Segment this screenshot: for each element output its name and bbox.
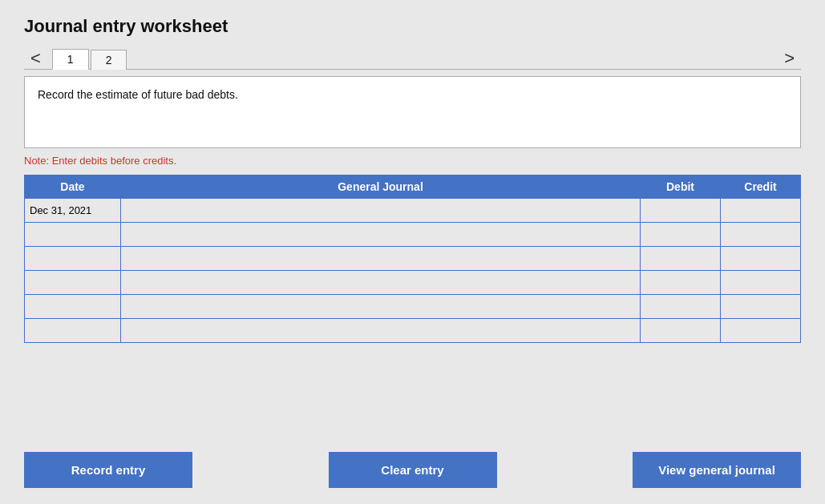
instruction-text: Record the estimate of future bad debts. [38,88,238,101]
clear-entry-button[interactable]: Clear entry [329,452,497,488]
col-header-credit: Credit [721,175,801,199]
credit-input-5[interactable] [721,295,800,318]
credit-cell-5[interactable] [721,295,801,319]
journal-input-6[interactable] [121,319,640,342]
credit-cell-4[interactable] [721,271,801,295]
main-container: Journal entry worksheet < 1 2 > Record t… [0,0,825,504]
date-cell-5 [25,295,121,319]
journal-cell-6[interactable] [121,319,641,343]
date-cell-4 [25,271,121,295]
journal-cell-4[interactable] [121,271,641,295]
credit-cell-6[interactable] [721,319,801,343]
credit-input-1[interactable] [721,199,800,222]
debit-cell-2[interactable] [641,223,721,247]
table-row [25,223,801,247]
instruction-box: Record the estimate of future bad debts. [24,76,801,148]
debit-cell-4[interactable] [641,271,721,295]
credit-cell-3[interactable] [721,247,801,271]
table-row [25,319,801,343]
journal-cell-3[interactable] [121,247,641,271]
col-header-debit: Debit [641,175,721,199]
journal-input-1[interactable] [121,199,640,222]
debit-input-2[interactable] [641,223,720,246]
credit-input-2[interactable] [721,223,800,246]
prev-tab-button[interactable]: < [24,48,47,69]
debit-cell-5[interactable] [641,295,721,319]
table-row [25,247,801,271]
debit-input-4[interactable] [641,271,720,294]
credit-cell-1[interactable] [721,199,801,223]
tab-2[interactable]: 2 [91,50,127,70]
journal-cell-2[interactable] [121,223,641,247]
debit-input-6[interactable] [641,319,720,342]
col-header-date: Date [25,175,121,199]
journal-input-2[interactable] [121,223,640,246]
buttons-row: Record entry Clear entry View general jo… [24,452,801,488]
journal-cell-1[interactable] [121,199,641,223]
journal-cell-5[interactable] [121,295,641,319]
date-cell-1: Dec 31, 2021 [25,199,121,223]
table-row [25,271,801,295]
journal-table: Date General Journal Debit Credit Dec 31… [24,175,801,343]
col-header-journal: General Journal [121,175,641,199]
credit-input-4[interactable] [721,271,800,294]
table-row [25,295,801,319]
credit-cell-2[interactable] [721,223,801,247]
credit-input-6[interactable] [721,319,800,342]
debit-cell-1[interactable] [641,199,721,223]
page-title: Journal entry worksheet [24,16,801,37]
debit-cell-3[interactable] [641,247,721,271]
date-cell-6 [25,319,121,343]
tab-area: < 1 2 > [24,48,801,70]
next-tab-button[interactable]: > [778,48,801,69]
journal-input-4[interactable] [121,271,640,294]
journal-input-3[interactable] [121,247,640,270]
date-cell-2 [25,223,121,247]
debit-input-1[interactable] [641,199,720,222]
journal-input-5[interactable] [121,295,640,318]
note-text: Note: Enter debits before credits. [24,155,801,167]
tab-1[interactable]: 1 [52,49,89,70]
date-cell-3 [25,247,121,271]
debit-input-5[interactable] [641,295,720,318]
debit-cell-6[interactable] [641,319,721,343]
table-row: Dec 31, 2021 [25,199,801,223]
debit-input-3[interactable] [641,247,720,270]
record-entry-button[interactable]: Record entry [24,452,192,488]
credit-input-3[interactable] [721,247,800,270]
view-general-journal-button[interactable]: View general journal [633,452,801,488]
